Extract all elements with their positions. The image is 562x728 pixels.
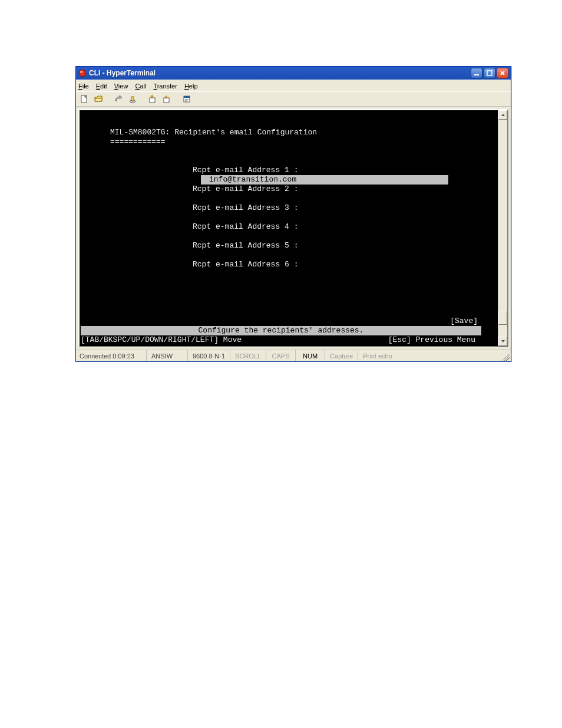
recipient-fields: Rcpt e-mail Address 1 : info@transition.… (87, 166, 498, 269)
disconnect-icon[interactable] (127, 93, 138, 105)
scroll-track[interactable] (498, 120, 507, 337)
app-icon (78, 69, 87, 77)
terminal[interactable]: MIL-SM8002TG: Recipient's email Configur… (80, 110, 498, 346)
resize-grip[interactable] (500, 351, 510, 361)
window-title: CLI - HyperTerminal (89, 69, 471, 77)
receive-icon[interactable] (161, 93, 173, 105)
client-area: MIL-SM8002TG: Recipient's email Configur… (76, 107, 511, 350)
hint-text: Configure the recipients' addresses. (81, 326, 481, 335)
scroll-up-icon[interactable] (498, 110, 507, 120)
svg-rect-3 (487, 71, 492, 75)
menu-file[interactable]: File (78, 83, 89, 90)
svg-rect-10 (184, 96, 190, 98)
save-action[interactable]: [Save] (450, 317, 478, 326)
nav-row: [TAB/BKSPC/UP/DOWN/RIGHT/LEFT] Move [Esc… (81, 335, 481, 345)
scroll-thumb[interactable] (498, 311, 507, 325)
svg-point-1 (80, 71, 82, 73)
terminal-frame: MIL-SM8002TG: Recipient's email Configur… (78, 109, 508, 347)
rcpt-label-6: Rcpt e-mail Address 6 : (193, 260, 298, 269)
svg-rect-7 (150, 98, 155, 103)
status-connected: Connected 0:09:23 (76, 350, 147, 361)
svg-rect-2 (474, 74, 479, 75)
status-baud: 9600 8-N-1 (188, 350, 230, 361)
send-icon[interactable] (147, 93, 158, 105)
status-printecho: Print echo (358, 350, 397, 361)
rcpt-label-4: Rcpt e-mail Address 4 : (193, 222, 298, 231)
svg-rect-6 (131, 97, 134, 101)
scroll-down-icon[interactable] (498, 337, 507, 346)
menu-transfer[interactable]: Transfer (153, 83, 177, 90)
status-caps: CAPS (266, 350, 296, 361)
screen-title: MIL-SM8002TG: Recipient's email Configur… (110, 128, 317, 137)
divider: ============ (110, 137, 498, 147)
nav-right: [Esc] Previous Menu (388, 335, 475, 345)
properties-icon[interactable] (181, 93, 193, 105)
status-capture: Capture (325, 350, 358, 361)
connect-icon[interactable] (113, 93, 124, 105)
minimize-button[interactable] (471, 68, 482, 78)
hint-row: Configure the recipients' addresses. (81, 326, 481, 335)
maximize-button[interactable] (484, 68, 495, 78)
nav-left: [TAB/BKSPC/UP/DOWN/RIGHT/LEFT] Move (81, 335, 242, 345)
menu-edit[interactable]: Edit (96, 83, 107, 90)
new-icon[interactable] (78, 93, 90, 105)
menu-call[interactable]: Call (135, 83, 146, 90)
vertical-scrollbar[interactable] (498, 110, 507, 346)
close-button[interactable] (497, 68, 508, 78)
status-emulation: ANSIW (147, 350, 188, 361)
menubar: File Edit View Call Transfer Help (76, 80, 511, 91)
rcpt-label-2: Rcpt e-mail Address 2 : (193, 185, 298, 193)
hyperterminal-window: CLI - HyperTerminal File Edit View Call … (75, 66, 511, 362)
rcpt-label-3: Rcpt e-mail Address 3 : (193, 203, 298, 212)
titlebar[interactable]: CLI - HyperTerminal (76, 67, 511, 80)
rcpt-label-1: Rcpt e-mail Address 1 : (193, 166, 298, 174)
open-icon[interactable] (92, 93, 104, 105)
statusbar: Connected 0:09:23 ANSIW 9600 8-N-1 SCROL… (76, 350, 511, 361)
toolbar (76, 91, 511, 107)
status-scroll: SCROLL (230, 350, 266, 361)
menu-help[interactable]: Help (184, 83, 198, 90)
menu-view[interactable]: View (114, 83, 128, 90)
rcpt-label-5: Rcpt e-mail Address 5 : (193, 241, 298, 250)
window-buttons (471, 68, 508, 78)
rcpt-input-1[interactable]: info@transition.com (201, 175, 448, 185)
svg-point-0 (79, 70, 86, 77)
status-num: NUM (296, 350, 325, 361)
